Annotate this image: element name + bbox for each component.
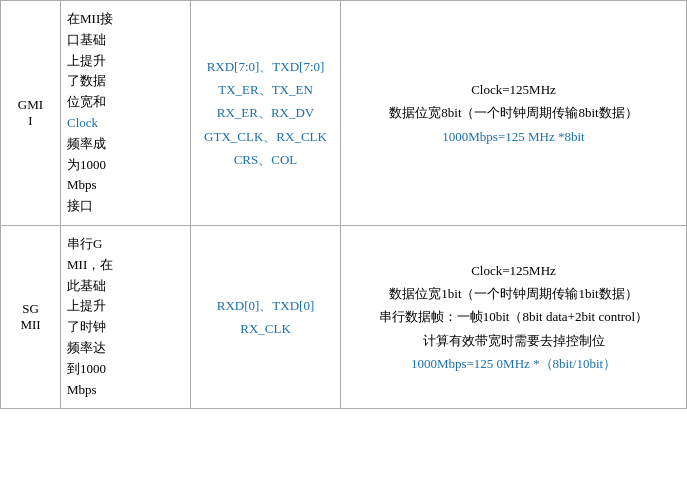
- signal-rxer-gmii: RX_ER、RX_DV: [217, 105, 315, 120]
- desc-clock-gmii: Clock: [67, 115, 98, 130]
- signal-clk-gmii: GTX_CLK、RX_CLK: [204, 129, 327, 144]
- detail-width-gmii: 数据位宽8bit（一个时钟周期传输8bit数据）: [389, 105, 637, 120]
- desc-text-gmii: 在MII接 口基础 上提升 了数据 位宽和 Clock 频率成 为1000 Mb…: [67, 11, 113, 213]
- row-details-gmii: Clock=125MHz 数据位宽8bit（一个时钟周期传输8bit数据） 10…: [341, 1, 687, 226]
- row-details-sgmii: Clock=125MHz 数据位宽1bit（一个时钟周期传输1bit数据） 串行…: [341, 225, 687, 408]
- row-name-gmii: GMII: [1, 1, 61, 226]
- detail-clock-gmii: Clock=125MHz: [471, 82, 556, 97]
- desc-text-sgmii: 串行G MII，在 此基础 上提升 了时钟 频率达 到1000 Mbps: [67, 236, 113, 397]
- row-signals-gmii: RXD[7:0]、TXD[7:0] TX_ER、TX_EN RX_ER、RX_D…: [191, 1, 341, 226]
- signal-crs-gmii: CRS、COL: [234, 152, 298, 167]
- detail-speed-sgmii: 1000Mbps=125 0MHz *（8bit/10bit）: [411, 356, 616, 371]
- row-signals-sgmii: RXD[0]、TXD[0] RX_CLK: [191, 225, 341, 408]
- row-label-sgmii: SGMII: [20, 301, 40, 332]
- signal-clk-sgmii: RX_CLK: [240, 321, 291, 336]
- row-name-sgmii: SGMII: [1, 225, 61, 408]
- table-row-sgmii: SGMII 串行G MII，在 此基础 上提升 了时钟 频率达 到1000 Mb…: [1, 225, 687, 408]
- row-desc-sgmii: 串行G MII，在 此基础 上提升 了时钟 频率达 到1000 Mbps: [61, 225, 191, 408]
- detail-serial-sgmii: 串行数据帧：一帧10bit（8bit data+2bit control）: [379, 309, 648, 324]
- detail-width-sgmii: 数据位宽1bit（一个时钟周期传输1bit数据）: [389, 286, 637, 301]
- signal-rxtx-gmii: RXD[7:0]、TXD[7:0]: [207, 59, 325, 74]
- detail-bw-sgmii: 计算有效带宽时需要去掉控制位: [423, 333, 605, 348]
- row-desc-gmii: 在MII接 口基础 上提升 了数据 位宽和 Clock 频率成 为1000 Mb…: [61, 1, 191, 226]
- signal-txer-gmii: TX_ER、TX_EN: [218, 82, 313, 97]
- detail-clock-sgmii: Clock=125MHz: [471, 263, 556, 278]
- table-row: GMII 在MII接 口基础 上提升 了数据 位宽和 Clock 频率成 为10…: [1, 1, 687, 226]
- signal-rxtx-sgmii: RXD[0]、TXD[0]: [217, 298, 314, 313]
- row-label-gmii: GMII: [18, 97, 43, 128]
- main-table: GMII 在MII接 口基础 上提升 了数据 位宽和 Clock 频率成 为10…: [0, 0, 687, 409]
- detail-speed-gmii: 1000Mbps=125 MHz *8bit: [442, 129, 584, 144]
